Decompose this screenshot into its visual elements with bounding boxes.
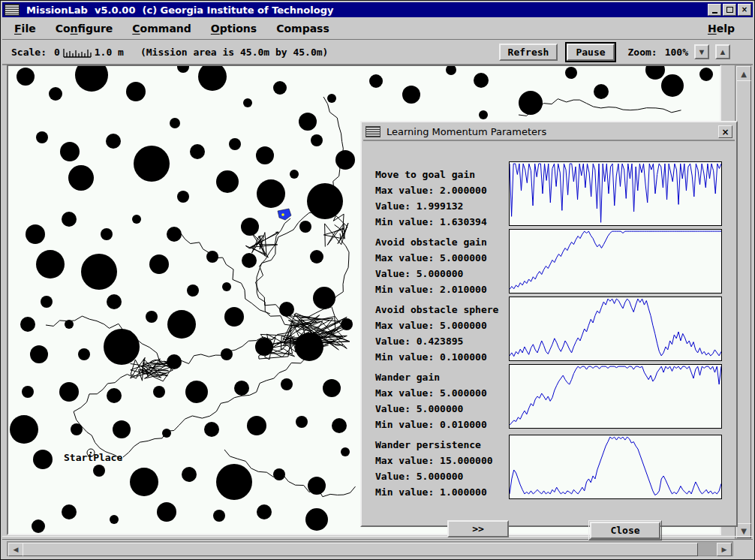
obstacle <box>182 467 197 482</box>
close-icon: × <box>741 6 747 14</box>
obstacle <box>146 311 158 323</box>
minimize-button[interactable] <box>708 4 721 16</box>
pause-button[interactable]: Pause <box>567 44 614 61</box>
obstacle <box>81 254 117 290</box>
up-arrow-icon: ▲ <box>741 70 747 78</box>
down-arrow-icon: ▼ <box>698 47 706 56</box>
robot-marker[interactable] <box>278 209 291 220</box>
obstacle <box>229 138 241 150</box>
obstacle <box>279 302 294 317</box>
param-max: Max value: 5.000000 <box>375 250 510 266</box>
obstacle <box>216 170 239 193</box>
obstacle <box>221 348 233 360</box>
close-button[interactable]: × <box>738 4 751 16</box>
obstacle <box>41 296 53 308</box>
horizontal-scrollbar[interactable]: ◀ ▶ <box>7 541 733 556</box>
param-group-1: Move to goal gainMax value: 2.000000Valu… <box>375 167 510 230</box>
dialog-title-bar: Learning Momentum Parameters × <box>363 124 735 141</box>
obstacle <box>305 508 328 531</box>
obstacle <box>32 519 45 533</box>
obstacle <box>149 254 169 274</box>
scroll-right-button[interactable]: ▶ <box>717 543 732 556</box>
maximize-icon <box>726 7 733 13</box>
param-history-chart-3 <box>509 297 722 361</box>
mission-area-label: (Mission area is 45.0m by 45.0m) <box>140 47 328 58</box>
obstacle <box>157 502 176 522</box>
obstacle <box>110 515 119 524</box>
obstacle <box>167 227 182 242</box>
scroll-left-button[interactable]: ◀ <box>8 543 23 556</box>
menu-file[interactable]: File <box>7 20 44 38</box>
param-name: Wander persistence <box>375 437 510 453</box>
pause-button-ring: Pause <box>565 42 615 62</box>
down-arrow-icon: ▼ <box>741 527 747 535</box>
obstacle <box>204 422 219 437</box>
obstacle <box>594 84 609 99</box>
left-arrow-icon: ◀ <box>14 546 19 553</box>
zoom-in-button[interactable]: ▲ <box>715 44 730 59</box>
robot-trail <box>123 345 329 457</box>
obstacle <box>167 310 196 339</box>
param-group-5: Wander persistenceMax value: 15.000000Va… <box>375 437 510 500</box>
scale-ruler-icon <box>63 46 92 58</box>
obstacle <box>107 388 122 403</box>
obstacle <box>170 118 180 128</box>
obstacle <box>26 224 45 244</box>
obstacle <box>327 94 336 103</box>
obstacle <box>49 87 62 101</box>
menu-compass[interactable]: Compass <box>269 20 337 38</box>
window-title: MissionLab v5.0.00 (c) Georgia Institute… <box>26 5 333 16</box>
param-group-3: Avoid obstacle sphereMax value: 5.000000… <box>375 302 510 365</box>
obstacle <box>341 318 353 330</box>
zoom-out-button[interactable]: ▼ <box>694 44 709 59</box>
horizontal-scrollbar-thumb[interactable] <box>23 543 698 556</box>
window-menu-icon[interactable] <box>5 4 20 16</box>
param-min: Min value: 2.010000 <box>375 282 510 297</box>
obstacle <box>36 250 65 278</box>
refresh-button[interactable]: Refresh <box>499 44 558 61</box>
param-name: Wander gain <box>375 369 510 385</box>
obstacle <box>645 66 665 80</box>
scale-label: Scale: <box>11 47 47 58</box>
obstacle <box>296 416 308 428</box>
maximize-button[interactable] <box>723 4 736 16</box>
obstacle <box>75 66 108 92</box>
obstacle <box>307 183 343 219</box>
obstacle <box>310 250 323 263</box>
scale-value: 1.0 m <box>95 47 124 58</box>
obstacle <box>36 131 48 143</box>
param-value: Value: 0.423895 <box>375 333 510 349</box>
obstacle <box>281 378 293 390</box>
obstacle <box>222 282 231 291</box>
obstacle <box>699 68 713 81</box>
obstacle <box>257 504 272 519</box>
param-name: Move to goal gain <box>375 167 510 182</box>
vertical-scrollbar-thumb[interactable] <box>736 80 751 524</box>
dialog-close-action-button[interactable]: Close <box>590 522 660 539</box>
menu-help[interactable]: Help <box>700 20 742 38</box>
dialog-close-button[interactable]: × <box>718 125 732 138</box>
minimize-icon <box>712 11 717 14</box>
obstacle <box>153 386 165 398</box>
next-page-button[interactable]: >> <box>447 520 509 537</box>
zoom-value: 100% <box>665 47 688 58</box>
obstacle <box>185 381 208 403</box>
obstacle <box>177 191 189 203</box>
dialog-menu-icon[interactable] <box>365 126 381 137</box>
scroll-up-button[interactable]: ▲ <box>736 66 751 81</box>
start-place-label: StartPlace <box>64 452 122 463</box>
obstacle <box>474 73 489 88</box>
obstacle <box>335 150 355 170</box>
obstacle <box>198 66 227 91</box>
param-value: Value: 5.000000 <box>375 266 510 282</box>
obstacle <box>290 170 299 179</box>
menu-configure[interactable]: Configure <box>48 20 121 38</box>
close-icon: × <box>721 127 729 137</box>
dialog-button-row: >> Close <box>363 520 735 543</box>
param-history-chart-1 <box>509 161 722 226</box>
obstacle <box>62 504 77 519</box>
param-value: Value: 1.999132 <box>375 198 510 214</box>
menu-command[interactable]: Command <box>125 20 199 38</box>
obstacle <box>479 110 488 119</box>
menu-options[interactable]: Options <box>203 20 264 38</box>
